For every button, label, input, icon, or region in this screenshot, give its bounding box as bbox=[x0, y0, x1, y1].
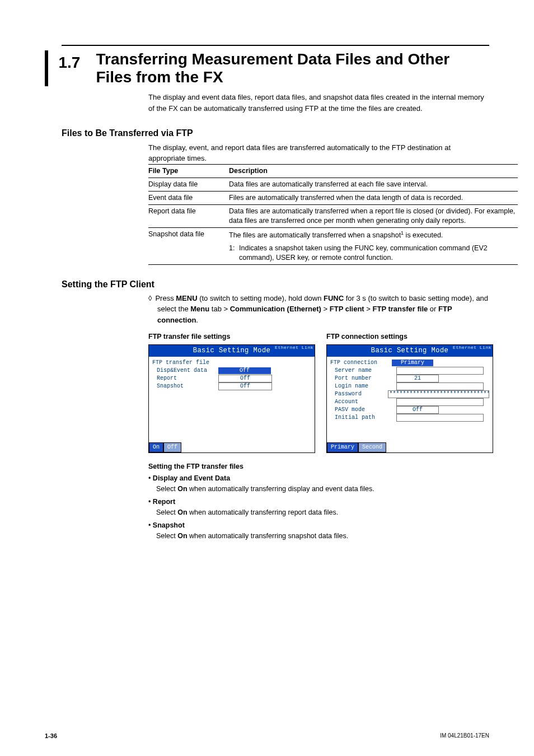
cell-desc: Files are automatically transferred when… bbox=[229, 192, 518, 205]
screen-header: Basic Setting ModeEthernet Link bbox=[327, 345, 493, 357]
item-desc: Select On when automatically transferrin… bbox=[156, 484, 489, 494]
item-title: Report bbox=[153, 498, 175, 506]
subsubheading: Setting the FTP transfer files bbox=[148, 462, 489, 472]
cell-type: Event data file bbox=[148, 192, 229, 205]
screen-section: FTP connection bbox=[330, 359, 392, 367]
section-title-row: 1.7 Transferring Measurement Data Files … bbox=[45, 50, 489, 86]
row-value[interactable] bbox=[396, 414, 484, 422]
screenshots-row: FTP transfer file settings Basic Setting… bbox=[148, 332, 489, 453]
right-screenshot-title: FTP connection settings bbox=[326, 332, 493, 342]
ethernet-link-icon: Ethernet Link bbox=[453, 346, 491, 350]
bullet-item: • Display and Event Data bbox=[148, 474, 489, 484]
screen-ftp-connection: Basic Setting ModeEthernet Link FTP conn… bbox=[326, 344, 493, 453]
softkey-off[interactable]: Off bbox=[163, 442, 181, 452]
th-filetype: File Type bbox=[148, 164, 229, 178]
row-label: Disp&Event data bbox=[152, 367, 218, 375]
row-label: Port number bbox=[330, 375, 396, 382]
softkey-second[interactable]: Second bbox=[358, 442, 386, 452]
footnote-text: Indicates a snapshot taken using the FUN… bbox=[239, 244, 508, 263]
row-label: Initial path bbox=[330, 414, 396, 422]
row-value[interactable] bbox=[396, 382, 484, 390]
snapshot-desc-post: is executed. bbox=[404, 231, 443, 239]
sub1-text: The display, event, and report data file… bbox=[148, 142, 489, 164]
th-description: Description bbox=[229, 164, 518, 178]
footnote-num: 1: bbox=[229, 244, 239, 253]
screen-header: Basic Setting ModeEthernet Link bbox=[149, 345, 315, 357]
diamond-bullet: ◊ bbox=[148, 294, 152, 302]
cell-type: Report data file bbox=[148, 205, 229, 228]
cell-desc: Data files are automatically transferred… bbox=[229, 178, 518, 192]
cell-desc: The files are automatically transferred … bbox=[229, 227, 518, 242]
page-number: 1-36 bbox=[45, 732, 57, 740]
softkey-primary[interactable]: Primary bbox=[327, 442, 358, 452]
ethernet-link-icon: Ethernet Link bbox=[275, 346, 313, 350]
file-type-table: File Type Description Display data file … bbox=[148, 164, 518, 265]
row-value[interactable]: Off bbox=[218, 382, 272, 390]
cell-type: Display data file bbox=[148, 178, 229, 192]
primary-value[interactable]: Primary bbox=[392, 360, 433, 366]
bullet-item: • Report bbox=[148, 497, 489, 507]
section-number: 1.7 bbox=[58, 50, 80, 73]
row-value[interactable] bbox=[396, 367, 484, 375]
cell-desc: Data files are automatically transferred… bbox=[229, 205, 518, 228]
screen-ftp-transfer: Basic Setting ModeEthernet Link FTP tran… bbox=[148, 344, 315, 453]
item-desc: Select On when automatically transferrin… bbox=[156, 531, 489, 542]
doc-id: IM 04L21B01-17EN bbox=[440, 732, 489, 740]
intro-paragraph: The display and event data files, report… bbox=[148, 92, 489, 114]
cell-type: Snapshot data file bbox=[148, 227, 229, 242]
item-title: Display and Event Data bbox=[153, 474, 230, 482]
row-value[interactable]: 21 bbox=[396, 375, 439, 382]
row-label: Snapshot bbox=[152, 382, 218, 390]
title-bar bbox=[45, 50, 48, 86]
row-value[interactable]: ********************************** bbox=[388, 390, 489, 398]
row-label: Server name bbox=[330, 367, 396, 375]
procedure-line: ◊Press MENU (to switch to setting mode),… bbox=[148, 293, 489, 326]
row-label: PASV mode bbox=[330, 406, 396, 414]
row-label: Report bbox=[152, 375, 218, 382]
subheading-files: Files to Be Transferred via FTP bbox=[62, 127, 489, 139]
subheading-setting: Setting the FTP Client bbox=[62, 278, 489, 291]
row-value[interactable]: Off bbox=[218, 375, 272, 382]
softkey-on[interactable]: On bbox=[149, 442, 163, 452]
row-value[interactable] bbox=[396, 398, 484, 406]
left-screenshot-title: FTP transfer file settings bbox=[148, 332, 315, 342]
screen-section: FTP transfer file bbox=[152, 359, 214, 367]
snapshot-desc-pre: The files are automatically transferred … bbox=[229, 231, 401, 239]
bullet-item: • Snapshot bbox=[148, 521, 489, 531]
row-value[interactable]: Off bbox=[218, 367, 271, 374]
item-desc: Select On when automatically transferrin… bbox=[156, 508, 489, 518]
row-value[interactable]: Off bbox=[396, 406, 439, 414]
item-title: Snapshot bbox=[153, 521, 185, 529]
page-footer: 1-36 IM 04L21B01-17EN bbox=[45, 732, 489, 740]
footnote: 1:Indicates a snapshot taken using the F… bbox=[229, 242, 518, 264]
row-label: Password bbox=[330, 390, 388, 398]
row-label: Login name bbox=[330, 382, 396, 390]
section-title: Transferring Measurement Data Files and … bbox=[96, 50, 489, 86]
row-label: Account bbox=[330, 398, 396, 406]
